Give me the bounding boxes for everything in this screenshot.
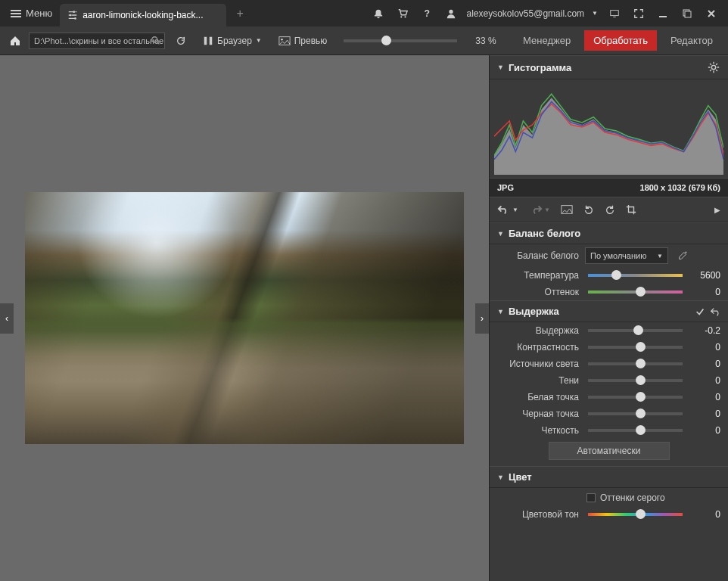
tint-value[interactable]: 0 — [692, 287, 720, 297]
svg-point-4 — [405, 16, 406, 17]
rotate-left-button[interactable] — [583, 204, 594, 215]
panel-header-wb[interactable]: ▼ Баланс белого — [490, 222, 728, 244]
reset-icon[interactable] — [710, 306, 720, 317]
highlights-row: Источники света 0 — [490, 356, 728, 372]
titlebar: Меню aaron-limonick-looking-back... + ? … — [0, 0, 728, 26]
toolbar: D:\Phot...\скрины и все остальное Браузе… — [0, 26, 728, 55]
tint-row: Оттенок 0 — [490, 284, 728, 300]
mode-develop-button[interactable]: Обработать — [584, 30, 657, 51]
temperature-value[interactable]: 5600 — [692, 270, 720, 281]
rotate-right-button[interactable] — [605, 204, 615, 215]
chevron-down-icon: ▼ — [497, 64, 504, 71]
auto-exposure-button[interactable]: Автоматически — [549, 442, 670, 460]
exposure-row: Выдержка -0.2 — [490, 322, 728, 339]
svg-point-3 — [401, 16, 403, 17]
svg-text:?: ? — [425, 8, 430, 19]
panel-header-color[interactable]: ▼ Цвет — [490, 466, 728, 488]
whites-label: Белая точка — [497, 392, 579, 402]
compare-button[interactable] — [561, 204, 573, 215]
exposure-slider[interactable] — [588, 329, 683, 332]
cart-icon[interactable] — [392, 3, 413, 24]
chevron-down-icon: ▼ — [256, 37, 262, 44]
svg-point-16 — [711, 65, 715, 69]
clarity-slider[interactable] — [588, 429, 683, 432]
home-button[interactable] — [6, 32, 24, 50]
contrast-value[interactable]: 0 — [692, 342, 720, 353]
refresh-button[interactable] — [170, 33, 192, 49]
shadows-value[interactable]: 0 — [692, 375, 720, 386]
new-tab-button[interactable]: + — [234, 4, 247, 23]
clarity-value[interactable]: 0 — [692, 425, 720, 436]
user-email[interactable]: alexeysokolov55@gmail.com — [465, 8, 586, 19]
document-tab[interactable]: aaron-limonick-looking-back... — [60, 4, 226, 26]
panel-header-histogram[interactable]: ▼ Гистограмма — [490, 55, 728, 79]
svg-point-15 — [281, 38, 283, 40]
close-button[interactable] — [701, 3, 722, 24]
fullscreen-icon[interactable] — [628, 3, 649, 24]
browser-button[interactable]: Браузер ▼ — [197, 33, 268, 49]
temperature-label: Температура — [497, 270, 579, 281]
sliders-icon — [67, 10, 78, 20]
svg-rect-12 — [204, 36, 207, 45]
redo-button[interactable]: ▼ — [529, 204, 550, 216]
highlights-value[interactable]: 0 — [692, 359, 720, 369]
zoom-percent: 33 % — [468, 36, 503, 46]
grayscale-label: Оттенки серого — [600, 492, 665, 503]
gear-icon[interactable] — [707, 61, 720, 74]
check-icon[interactable] — [695, 306, 705, 317]
maximize-button[interactable] — [677, 3, 698, 24]
blacks-slider[interactable] — [588, 412, 683, 415]
monitor-icon[interactable] — [604, 3, 625, 24]
next-image-button[interactable]: › — [475, 303, 489, 334]
wb-preset-dropdown[interactable]: По умолчанию ▼ — [585, 247, 668, 264]
zoom-slider[interactable] — [344, 39, 457, 42]
whites-row: Белая точка 0 — [490, 389, 728, 405]
help-icon[interactable]: ? — [416, 3, 437, 24]
grayscale-checkbox[interactable] — [586, 493, 596, 502]
blacks-row: Черная точка 0 — [490, 405, 728, 422]
chevron-down-icon: ▼ — [497, 230, 504, 238]
mode-manager-button[interactable]: Менеджер — [514, 30, 580, 51]
blacks-value[interactable]: 0 — [692, 409, 720, 419]
chevron-down-icon: ▼ — [589, 10, 601, 17]
exposure-value[interactable]: -0.2 — [692, 325, 720, 336]
tint-slider[interactable] — [588, 290, 683, 294]
undo-button[interactable]: ▼ — [497, 204, 518, 216]
panel-header-exposure[interactable]: ▼ Выдержка — [490, 300, 728, 322]
hue-value[interactable]: 0 — [692, 509, 720, 520]
main-menu-button[interactable]: Меню — [3, 3, 60, 23]
temperature-row: Температура 5600 — [490, 267, 728, 284]
histogram-chart — [490, 79, 728, 178]
browser-label: Браузер — [217, 36, 252, 46]
mode-editor-button[interactable]: Редактор — [661, 30, 722, 51]
contrast-slider[interactable] — [588, 346, 683, 349]
temperature-slider[interactable] — [588, 274, 683, 277]
hue-row: Цветовой тон 0 — [490, 506, 728, 523]
search-icon[interactable] — [151, 36, 161, 46]
user-icon[interactable] — [440, 3, 462, 24]
highlights-slider[interactable] — [588, 362, 683, 365]
notifications-icon[interactable] — [368, 3, 389, 24]
minimize-button[interactable] — [652, 3, 674, 24]
whites-value[interactable]: 0 — [692, 392, 720, 402]
shadows-slider[interactable] — [588, 379, 683, 382]
eyedropper-button[interactable] — [677, 250, 688, 261]
preview-label: Превью — [294, 36, 328, 46]
svg-rect-8 — [659, 16, 667, 17]
hue-slider[interactable] — [588, 513, 683, 516]
histogram-title: Гистограмма — [509, 62, 571, 73]
path-input[interactable]: D:\Phot...\скрины и все остальное — [29, 33, 165, 49]
canvas-area[interactable]: ‹ › — [0, 55, 489, 581]
file-info: JPG 1800 x 1032 (679 Кб) — [490, 178, 728, 197]
shadows-row: Тени 0 — [490, 372, 728, 389]
prev-image-button[interactable]: ‹ — [0, 303, 14, 334]
svg-point-1 — [70, 14, 72, 17]
preview-button[interactable]: Превью — [272, 33, 334, 49]
hamburger-icon — [11, 10, 21, 17]
crop-button[interactable] — [626, 204, 636, 215]
whites-slider[interactable] — [588, 396, 683, 399]
clarity-row: Четкость 0 — [490, 422, 728, 439]
more-tools-button[interactable]: ▶ — [714, 206, 720, 214]
columns-icon — [203, 36, 213, 46]
exposure-title: Выдержка — [509, 306, 559, 317]
